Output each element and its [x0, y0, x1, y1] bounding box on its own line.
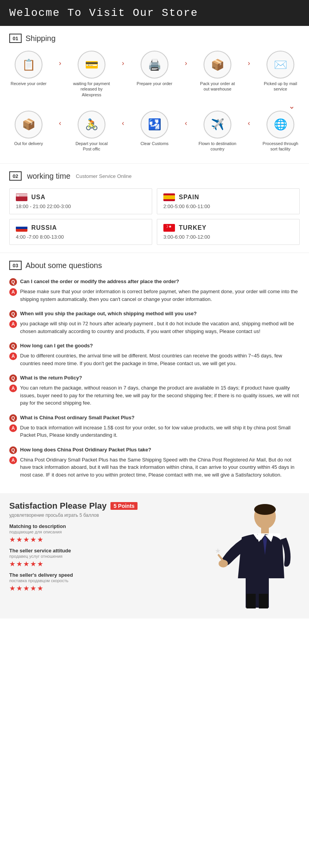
- qa-item-3: Q What is the return Policy? A You can r…: [9, 374, 300, 407]
- flag-russia: [16, 224, 27, 232]
- turkey-name-row: TURKEY: [163, 224, 293, 232]
- flow-item-sort: 🌐 Processed through sort facility: [261, 111, 300, 152]
- qa-question-5: How long does China Post Oridinary Packe…: [20, 446, 151, 454]
- receive-label: Receive your order: [11, 81, 47, 86]
- working-section: 02 working time Customer Service Online …: [0, 164, 309, 253]
- points-badge: 5 Points: [110, 502, 138, 510]
- q-badge-1: Q: [9, 310, 17, 318]
- flow-row-1: 📋 Receive your order › 💳 waiting for pay…: [9, 51, 300, 97]
- pickup-label: Picked up by mail service: [261, 81, 300, 92]
- q-badge-5: Q: [9, 446, 17, 454]
- a-badge-1: A: [9, 320, 17, 328]
- a-badge-3: A: [9, 384, 17, 392]
- prepare-label: Prepare your order: [137, 81, 172, 86]
- spain-hours: 2:00-5:00 6:00-11:00: [163, 203, 293, 209]
- arrow-6: ‹: [122, 111, 124, 127]
- turkey-name: TURKEY: [179, 224, 207, 231]
- outdelivery-icon: 📦: [15, 111, 42, 138]
- flow-item-pack: 📦 Pack your order at out warehouse: [198, 51, 237, 92]
- arrow-7: ‹: [185, 111, 187, 127]
- qa-item-4: Q What is China Post ordinary Small Pack…: [9, 414, 300, 439]
- questions-title: About some questions: [25, 261, 102, 270]
- qa-question-3: What is the return Policy?: [20, 374, 82, 382]
- satisfaction-title-row: Satisfaction Please Play 5 Points: [9, 501, 207, 511]
- prepare-icon: 🖨️: [141, 51, 168, 79]
- flag-usa: [16, 193, 27, 201]
- svg-rect-9: [246, 594, 256, 608]
- qa-answer-0: Please make sure that your order informa…: [20, 288, 300, 303]
- customs-label: Clear Customs: [141, 141, 169, 146]
- satisfaction-sub: удовлетворение просьба играть 5 баллов: [9, 513, 207, 518]
- section-num-03: 03: [9, 261, 22, 270]
- payment-label: waiting for payment released by Aliexpre…: [72, 81, 111, 97]
- country-grid: USA 18:00 - 21:00 22:00-3:00 SPAIN 2:00-…: [9, 188, 300, 245]
- country-card-spain: SPAIN 2:00-5:00 6:00-11:00: [157, 188, 300, 214]
- arrow-1: ›: [59, 51, 61, 67]
- qa-q-4: Q What is China Post ordinary Small Pack…: [9, 414, 300, 422]
- flow-row-2: 📦 Out for delivery ‹ 🚴 Depart your local…: [9, 111, 300, 152]
- qa-question-1: When will you ship the package out, whic…: [20, 310, 197, 318]
- rating-label-1: The seller service attitude: [9, 548, 207, 554]
- shipping-flow: 📋 Receive your order › 💳 waiting for pay…: [9, 51, 300, 152]
- usa-name: USA: [31, 194, 46, 201]
- qa-a-0: A Please make sure that your order infor…: [9, 288, 300, 303]
- arrow-5: ‹: [59, 111, 61, 127]
- rating-label-2: The seller's delivery speed: [9, 572, 207, 578]
- qa-q-1: Q When will you ship the package out, wh…: [9, 310, 300, 318]
- arrow-3: ›: [185, 51, 187, 67]
- qa-item-1: Q When will you ship the package out, wh…: [9, 310, 300, 335]
- qa-a-3: A You can return the package, without re…: [9, 384, 300, 407]
- sort-label: Processed through sort facility: [261, 141, 300, 152]
- flow-item-prepare: 🖨️ Prepare your order: [135, 51, 174, 86]
- rating-label-0: Matching to description: [9, 523, 207, 529]
- flow-item-pickup: ✉️ Picked up by mail service: [261, 51, 300, 92]
- qa-list: Q Can I cancel the order or modify the a…: [9, 278, 300, 478]
- working-section-title: 02 working time Customer Service Online: [9, 171, 300, 181]
- outdelivery-label: Out for delivery: [14, 141, 43, 146]
- customs-icon: 🛂: [141, 111, 168, 138]
- arrow-8: ‹: [248, 111, 250, 127]
- rating-sub-2: поставка продавцом скорость: [9, 578, 207, 583]
- shipping-section: 01 Shipping 📋 Receive your order › 💳 wai…: [0, 26, 309, 163]
- a-badge-5: A: [9, 456, 17, 464]
- qa-answer-1: you package will ship out in 72 hours af…: [20, 320, 300, 335]
- q-badge-4: Q: [9, 414, 17, 422]
- qa-a-2: A Due to different countries, the arriva…: [9, 352, 300, 367]
- qa-a-4: A Due to track information will increase…: [9, 424, 300, 439]
- page-header: Welocme To Visit Our Store: [0, 0, 309, 26]
- arrow-2: ›: [122, 51, 124, 67]
- q-badge-2: Q: [9, 342, 17, 350]
- country-card-usa: USA 18:00 - 21:00 22:00-3:00: [9, 188, 152, 214]
- usa-name-row: USA: [16, 193, 146, 201]
- person-illustration: ★: [215, 501, 300, 611]
- svg-line-6: [219, 555, 223, 561]
- rating-stars-0: ★★★★★: [9, 535, 207, 544]
- qa-answer-5: China Post Oridinary Small Packet Plus h…: [20, 456, 300, 479]
- qa-answer-4: Due to track information will increase 1…: [20, 424, 300, 439]
- russia-name-row: RUSSIA: [16, 224, 146, 232]
- section-num-01: 01: [9, 34, 22, 43]
- rating-stars-1: ★★★★★: [9, 560, 207, 568]
- flag-turkey: [163, 224, 175, 232]
- qa-a-5: A China Post Oridinary Small Packet Plus…: [9, 456, 300, 479]
- flow-arrow-down: ⌄: [9, 101, 300, 111]
- a-badge-4: A: [9, 424, 17, 432]
- person-svg: ★: [215, 501, 300, 609]
- pack-label: Pack your order at out warehouse: [198, 81, 237, 92]
- receive-icon: 📋: [15, 51, 42, 79]
- rating-item-1: The seller service attitude продавец усл…: [9, 548, 207, 568]
- svg-point-1: [254, 504, 276, 515]
- pickup-icon: ✉️: [267, 51, 294, 79]
- q-badge-3: Q: [9, 374, 17, 382]
- qa-answer-2: Due to different countries, the arrival …: [20, 352, 300, 367]
- qa-answer-3: You can return the package, without reas…: [20, 384, 300, 407]
- flown-label: Flown to destination country: [198, 141, 237, 152]
- qa-q-2: Q How long can I get the goods?: [9, 342, 300, 350]
- flow-item-receive: 📋 Receive your order: [9, 51, 48, 86]
- rating-item-0: Matching to description подщающие для оп…: [9, 523, 207, 544]
- q-badge-0: Q: [9, 278, 17, 286]
- rating-stars-2: ★★★★★: [9, 584, 207, 593]
- flag-spain: [163, 193, 175, 201]
- satisfaction-section: Satisfaction Please Play 5 Points удовле…: [0, 493, 309, 619]
- spain-name: SPAIN: [179, 194, 199, 201]
